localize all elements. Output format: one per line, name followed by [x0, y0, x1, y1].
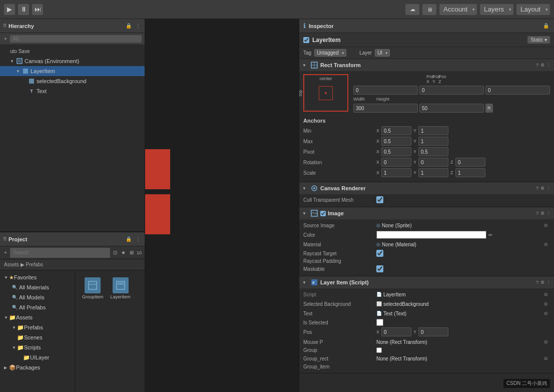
pos-y-input[interactable]	[419, 86, 484, 95]
hierarchy-item-text[interactable]: T Text	[0, 86, 145, 96]
rotation-z-input[interactable]	[455, 158, 485, 167]
prefab-item-groupitem[interactable]: GroupItem	[80, 275, 106, 301]
wh-r-btn[interactable]: R	[485, 104, 493, 113]
layers-dropdown[interactable]: Layers	[480, 4, 513, 15]
rect-transform-settings-btn[interactable]: ⚙	[540, 63, 544, 68]
source-image-value: None (Sprite)	[382, 223, 411, 228]
gameobj-active-checkbox[interactable]	[303, 37, 309, 43]
script-ref-btn[interactable]: ⊙	[542, 290, 550, 298]
text-script-ref-btn[interactable]: ⊙	[542, 309, 550, 317]
rect-transform-menu-btn[interactable]: ⋮	[546, 63, 551, 68]
scale-z-input[interactable]	[455, 168, 485, 177]
rect-transform-header[interactable]: ▼ Rect Transform ? ⚙ ⋮	[299, 59, 554, 71]
pivot-x-input[interactable]	[381, 147, 411, 156]
pos-z-input[interactable]	[485, 86, 550, 95]
canvas-renderer-help-btn[interactable]: ?	[536, 186, 538, 191]
project-item-scripts[interactable]: ▼ 📁 Scripts	[0, 342, 75, 352]
canvas-renderer-menu-btn[interactable]: ⋮	[546, 186, 551, 191]
project-filter2-btn[interactable]: ★	[120, 249, 127, 256]
scale-x-input[interactable]	[381, 168, 411, 177]
project-item-favorites[interactable]: ▼ ★ Favorites	[0, 272, 75, 282]
image-enabled-checkbox[interactable]	[320, 211, 326, 216]
height-input[interactable]	[419, 104, 484, 113]
layer-item-script-help-btn[interactable]: ?	[536, 280, 538, 285]
project-item-scenes[interactable]: 📁 Scenes	[0, 332, 75, 342]
image-menu-btn[interactable]: ⋮	[546, 211, 551, 216]
pos-script-y-input[interactable]	[418, 327, 448, 336]
project-add-btn[interactable]: +	[3, 249, 8, 256]
anchor-min-y-input[interactable]	[418, 126, 448, 135]
cloud-icon-btn[interactable]: ☁	[405, 4, 419, 15]
anchor-max-x-input[interactable]	[381, 137, 411, 146]
color-picker-btn[interactable]: ✏	[488, 232, 492, 238]
account-dropdown[interactable]: Account	[439, 4, 477, 15]
pos-script-x-input[interactable]	[381, 327, 411, 336]
step-button[interactable]: ⏭	[32, 4, 43, 15]
image-settings-btn[interactable]: ⚙	[540, 211, 544, 216]
project-item-all-models[interactable]: 🔍 All Models	[0, 292, 75, 302]
canvas-renderer-header[interactable]: ▼ Canvas Renderer ? ⚙ ⋮	[299, 182, 554, 194]
mouse-p-ref-btn[interactable]: ⊙	[542, 338, 550, 346]
maskable-checkbox[interactable]	[376, 265, 383, 272]
project-lock-btn[interactable]: 🔒	[125, 236, 133, 242]
layer-item-script-header[interactable]: ▼ # Layer Item (Script) ? ⚙ ⋮	[299, 276, 554, 288]
layer-dropdown[interactable]: UI	[375, 49, 390, 57]
anchors-section-label: Anchors	[303, 118, 326, 124]
hierarchy-add-btn[interactable]: +	[3, 36, 8, 42]
material-ref-btn[interactable]: ⊙	[542, 240, 550, 248]
color-swatch[interactable]	[376, 231, 486, 239]
hierarchy-item-layeritem[interactable]: ▼ LayerItem	[0, 66, 145, 76]
layer-item-script-settings-btn[interactable]: ⚙	[540, 280, 544, 285]
tag-dropdown[interactable]: Untagged	[314, 49, 346, 57]
display-icon-btn[interactable]: 🖥	[422, 4, 436, 15]
layer-item-script-menu-btn[interactable]: ⋮	[546, 280, 551, 285]
project-filter1-btn[interactable]: ⊡	[112, 249, 118, 256]
layout-dropdown[interactable]: Layout	[516, 4, 550, 15]
hierarchy-search-input[interactable]	[10, 35, 142, 43]
project-menu-btn[interactable]: ⋮	[135, 236, 142, 242]
pos-script-row: Pos X Y	[303, 327, 550, 336]
rect-transform-help-btn[interactable]: ?	[536, 63, 538, 68]
hierarchy-menu-btn[interactable]: ⋮	[135, 23, 142, 29]
project-filter3-btn[interactable]: ⊞	[129, 249, 135, 256]
hierarchy-lock-btn[interactable]: 🔒	[125, 23, 133, 29]
play-button[interactable]: ▶	[4, 4, 15, 15]
group-rect-ref-btn[interactable]: ⊙	[542, 354, 550, 362]
project-item-all-prefabs[interactable]: 🔍 All Prefabs	[0, 302, 75, 312]
raycast-target-checkbox[interactable]	[376, 250, 383, 257]
source-image-ref-btn[interactable]: ⊙	[542, 221, 550, 229]
cull-transparent-checkbox[interactable]	[376, 196, 383, 203]
project-item-uilayer[interactable]: 📁 UILayer	[0, 352, 75, 362]
project-item-all-materials[interactable]: 🔍 All Materials	[0, 282, 75, 292]
width-input[interactable]	[353, 104, 418, 113]
canvas-renderer-settings-btn[interactable]: ⚙	[540, 186, 544, 191]
rect-gizmo[interactable]: center top	[303, 74, 348, 112]
pause-button[interactable]: ⏸	[18, 4, 29, 15]
image-help-btn[interactable]: ?	[536, 211, 538, 216]
rotation-y-input[interactable]	[418, 158, 448, 167]
anchor-max-y-input[interactable]	[418, 137, 448, 146]
image-header[interactable]: ▼ Image ? ⚙ ⋮	[299, 207, 554, 219]
layer-dropdown-wrapper: UI	[375, 49, 390, 57]
group-checkbox[interactable]	[376, 347, 382, 353]
pivot-y-input[interactable]	[418, 147, 448, 156]
project-item-assets[interactable]: ▼ 📁 Assets	[0, 312, 75, 322]
scale-y-input[interactable]	[418, 168, 448, 177]
project-item-packages[interactable]: ▶ 📦 Packages	[0, 362, 75, 372]
hierarchy-item-autosave[interactable]: uto Save	[0, 46, 145, 56]
inspector-lock-btn[interactable]: 🔒	[542, 23, 550, 29]
rotation-x-input[interactable]	[381, 158, 411, 167]
prefab-item-layeritem[interactable]: LayerItem	[109, 275, 133, 301]
project-item-prefabs[interactable]: ▼ 📁 Prefabs	[0, 322, 75, 332]
pivot-row: Pivot X Y	[303, 147, 550, 156]
static-button[interactable]: Static ▾	[527, 36, 550, 44]
scripts-folder-icon: 📁	[17, 344, 24, 351]
hierarchy-item-selectedbg[interactable]: selectedBackground	[0, 76, 145, 86]
project-search-input[interactable]	[10, 248, 110, 258]
hierarchy-item-canvas[interactable]: ▼ Canvas (Environment)	[0, 56, 145, 66]
pos-x-input[interactable]	[353, 86, 418, 95]
selected-bg-ref-btn[interactable]: ⊙	[542, 300, 550, 308]
anchor-min-x-input[interactable]	[381, 126, 411, 135]
is-selected-checkbox[interactable]	[376, 319, 383, 326]
scene-content[interactable]	[145, 19, 299, 392]
